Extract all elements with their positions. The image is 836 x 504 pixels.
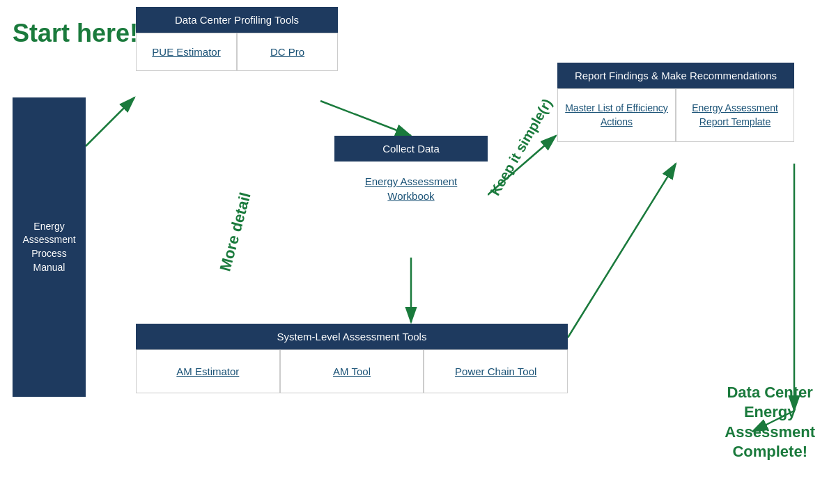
am-tool-link[interactable]: AM Tool: [280, 349, 424, 393]
report-header: Report Findings & Make Recommendations: [557, 63, 794, 88]
process-manual-box[interactable]: Energy Assessment Process Manual: [13, 97, 86, 397]
report-box: Report Findings & Make Recommendations M…: [557, 63, 794, 142]
complete-label: Data CenterEnergyAssessmentComplete!: [725, 383, 815, 462]
svg-line-5: [568, 164, 676, 338]
report-inner: Master List of Efficiency Actions Energy…: [557, 88, 794, 142]
profiling-tools-box: Data Center Profiling Tools PUE Estimato…: [136, 7, 338, 71]
process-manual-label: Energy Assessment Process Manual: [13, 214, 86, 280]
system-tools-box: System-Level Assessment Tools AM Estimat…: [136, 324, 568, 393]
energy-report-template-link[interactable]: Energy Assessment Report Template: [676, 88, 794, 142]
collect-data-header: Collect Data: [334, 136, 488, 162]
pue-estimator-link[interactable]: PUE Estimator: [136, 33, 237, 71]
svg-line-1: [86, 97, 134, 146]
svg-line-2: [320, 101, 411, 136]
complete-text-span: Data CenterEnergyAssessmentComplete!: [725, 384, 815, 461]
profiling-tools-header: Data Center Profiling Tools: [136, 7, 338, 33]
system-tools-header: System-Level Assessment Tools: [136, 324, 568, 349]
collect-data-inner: Energy Assessment Workbook: [334, 162, 488, 216]
power-chain-tool-link[interactable]: Power Chain Tool: [424, 349, 568, 393]
master-list-link[interactable]: Master List of Efficiency Actions: [557, 88, 676, 142]
dc-pro-link[interactable]: DC Pro: [237, 33, 338, 71]
keep-simple-label: Keep it simple(r): [487, 96, 555, 198]
energy-assessment-workbook-link[interactable]: Energy Assessment Workbook: [341, 174, 481, 203]
collect-data-box: Collect Data Energy Assessment Workbook: [334, 136, 488, 216]
system-tools-inner: AM Estimator AM Tool Power Chain Tool: [136, 349, 568, 393]
profiling-tools-inner: PUE Estimator DC Pro: [136, 33, 338, 71]
more-detail-label: More detail: [216, 191, 254, 274]
am-estimator-link[interactable]: AM Estimator: [136, 349, 280, 393]
start-here-label: Start here!: [13, 19, 138, 47]
diagram: Start here! Energy Assessment Process Ma…: [0, 0, 836, 504]
